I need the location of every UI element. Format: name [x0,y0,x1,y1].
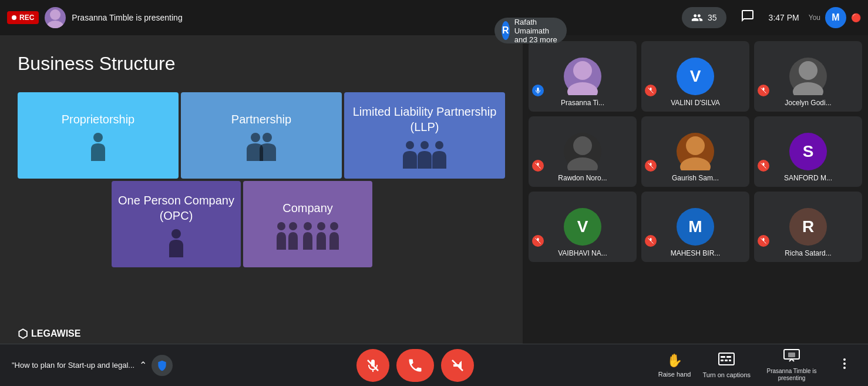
presenting-button[interactable]: Prasanna Timble is presenting [762,349,821,382]
svg-point-14 [573,61,592,80]
presenting-label: Prasanna Timble is presenting [762,368,821,382]
participant-row-3: V VAIBHAVI NA... M MAHESH BIR... R Richa… [529,192,862,262]
participant-card-sanford: S SANFORD M... [754,116,862,187]
svg-point-12 [317,222,325,230]
person-icon-1 [86,132,110,165]
name-mahesh: MAHESH BIR... [671,249,721,257]
time-display: 3:47 PM [769,13,799,22]
svg-rect-48 [725,360,728,361]
mute-mic-button[interactable] [356,349,389,382]
card-proprietorship: Proprietorship [18,92,179,179]
meeting-title: "How to plan for Start-up and legal... [12,361,134,370]
stop-video-button[interactable] [441,349,474,382]
svg-rect-31 [650,163,652,166]
svg-point-24 [573,136,592,155]
top-bar-left: REC Prasanna Timble is presenting [7,7,183,28]
card-company-label: Company [282,200,333,216]
top-bar-right: R Rafath Umaimath and 23 more 35 3:47 PM… [672,4,861,31]
svg-point-15 [567,82,598,95]
name-sanford: SANFORD M... [784,174,832,182]
mic-mute-badge-jocelyn [758,85,769,96]
bottom-bar: "How to plan for Start-up and legal... ⌃ [0,344,868,386]
participant-card-prasanna: Prasanna Ti... [529,41,637,112]
participant-count: 35 [708,13,717,22]
avatar-prasanna [564,58,601,95]
avatar-gaurish [677,133,714,170]
top-bar: REC Prasanna Timble is presenting R Rafa… [0,0,868,35]
mic-mute-badge-richa [758,235,769,247]
avatar-sanford: S [789,133,827,170]
card-llp: Limited Liability Partnership (LLP) [344,92,505,179]
card-opc-label: One Person Company (OPC) [117,193,235,223]
svg-point-53 [843,362,846,365]
name-valini: VALINI D'SILVA [671,99,720,107]
chevron-up-icon[interactable]: ⌃ [139,360,147,371]
card-proprietorship-label: Proprietorship [62,112,135,127]
captions-button[interactable]: Turn on captions [702,353,751,378]
rec-badge: REC [7,11,39,24]
svg-rect-19 [650,88,652,90]
time-text: 3:47 PM [769,13,799,22]
slide-title: Business Structure [18,53,505,75]
svg-rect-49 [729,360,731,361]
legawise-logo: ⬡ LEGAWISE [18,327,80,341]
svg-rect-33 [763,163,765,166]
slide-content: Business Structure Proprietorship [0,35,523,353]
svg-point-11 [304,222,312,230]
card-llp-label: Limited Liability Partnership (LLP) [350,104,499,135]
more-options-button[interactable] [833,352,856,379]
mic-muted-top-icon: 🔴 [851,13,861,22]
svg-rect-44 [719,353,734,365]
name-rawdon: Rawdon Noro... [558,174,607,182]
participant-card-mahesh: M MAHESH BIR... [641,192,749,262]
rec-label: REC [19,14,34,22]
card-company: Company [243,181,372,267]
person-icon-2 [241,132,282,165]
avatar-mahesh: M [677,208,714,246]
avatar-richa: R [789,208,827,246]
you-avatar: M [825,7,846,28]
svg-point-13 [330,222,338,230]
raise-hand-icon: ✋ [667,353,682,368]
raise-hand-button[interactable]: ✋ Raise hand [658,353,691,378]
mic-mute-badge-valini [645,85,657,96]
end-call-button[interactable] [396,349,434,382]
participants-panel: Prasanna Ti... V VALINI D'SILVA Jocelyn … [523,35,868,386]
svg-point-4 [263,133,272,142]
chat-button[interactable] [736,4,759,31]
svg-rect-45 [721,356,725,358]
person-icon-5 [275,220,340,254]
svg-point-52 [843,358,846,361]
avatar-jocelyn [789,58,827,95]
participant-card-vaibhavi: V VAIBHAVI NA... [529,192,637,262]
svg-rect-41 [371,360,375,367]
card-opc: One Person Company (OPC) [112,181,241,267]
captions-label: Turn on captions [702,371,751,378]
business-row-2: One Person Company (OPC) Company [18,181,505,267]
participant-row-1: Prasanna Ti... V VALINI D'SILVA Jocelyn … [529,41,862,112]
mic-mute-badge-sanford [758,160,769,172]
participants-button[interactable]: 35 [682,7,726,28]
name-jocelyn: Jocelyn Godi... [785,99,831,107]
mic-mute-badge-vaibhavi [532,235,544,247]
security-button[interactable] [152,355,173,376]
card-partnership: Partnership [181,92,342,179]
person-icon-3 [398,139,451,173]
svg-point-7 [435,141,443,149]
logo-text: LEGAWISE [31,328,80,339]
main-area: Business Structure Proprietorship [0,35,868,386]
svg-point-3 [251,133,260,142]
participant-card-valini: V VALINI D'SILVA [641,41,749,112]
person-icon-4 [164,228,188,261]
svg-point-20 [799,61,817,80]
svg-point-9 [277,222,285,230]
name-richa: Richa Satard... [785,249,831,257]
name-gaurish: Gaurish Sam... [672,174,719,182]
rec-dot [12,15,16,20]
svg-point-1 [47,21,63,28]
svg-point-8 [171,229,181,239]
presenter-avatar [45,7,66,28]
card-partnership-label: Partnership [231,112,291,127]
svg-rect-23 [763,88,765,90]
svg-rect-47 [721,360,724,361]
